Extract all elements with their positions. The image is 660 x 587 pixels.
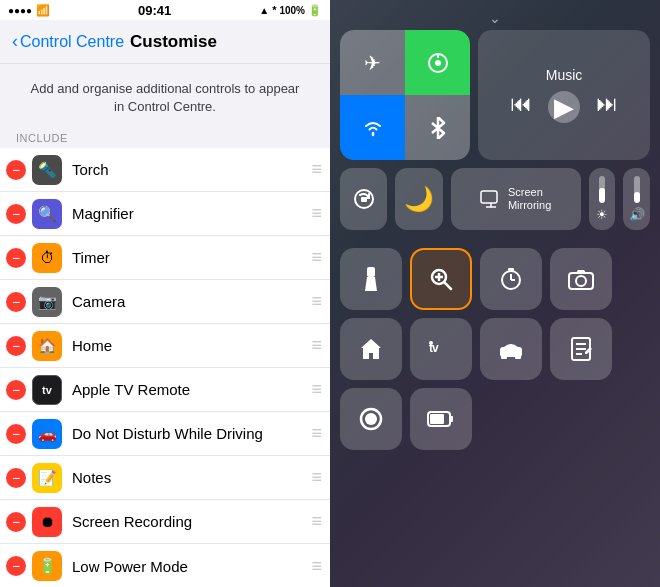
gps-icon: ▲ bbox=[259, 5, 269, 16]
remove-screen-recording-button[interactable]: − bbox=[0, 506, 32, 538]
remove-icon: − bbox=[6, 424, 26, 444]
svg-line-9 bbox=[444, 282, 451, 289]
back-label: Control Centre bbox=[20, 33, 124, 51]
item-label-low-power: Low Power Mode bbox=[72, 558, 307, 575]
do-not-disturb-button[interactable]: 🌙 bbox=[395, 168, 442, 230]
drag-handle[interactable]: ≡ bbox=[311, 203, 322, 224]
back-button[interactable]: ‹ Control Centre bbox=[12, 31, 124, 52]
status-bar: ●●●● 📶 09:41 ▲ * 100% 🔋 bbox=[0, 0, 330, 20]
remove-timer-button[interactable]: − bbox=[0, 242, 32, 274]
remove-magnifier-button[interactable]: − bbox=[0, 198, 32, 230]
remove-icon: − bbox=[6, 512, 26, 532]
remove-icon: − bbox=[6, 380, 26, 400]
drag-handle[interactable]: ≡ bbox=[311, 291, 322, 312]
bluetooth-status: * bbox=[272, 4, 276, 16]
remove-low-power-button[interactable]: − bbox=[0, 550, 32, 582]
drag-handle[interactable]: ≡ bbox=[311, 247, 322, 268]
drag-handle[interactable]: ≡ bbox=[311, 335, 322, 356]
drag-handle[interactable]: ≡ bbox=[311, 556, 322, 577]
remove-icon: − bbox=[6, 468, 26, 488]
drag-handle[interactable]: ≡ bbox=[311, 467, 322, 488]
cc-row-1: ✈ Music bbox=[340, 30, 650, 160]
drag-handle[interactable]: ≡ bbox=[311, 423, 322, 444]
screen-recording-icon: ⏺ bbox=[32, 507, 62, 537]
screen-mirroring-button[interactable]: Screen Mirroring bbox=[451, 168, 581, 230]
list-item-magnifier[interactable]: − 🔍 Magnifier ≡ bbox=[0, 192, 330, 236]
svg-rect-15 bbox=[508, 268, 514, 271]
drag-handle[interactable]: ≡ bbox=[311, 511, 322, 532]
svg-point-19 bbox=[429, 341, 433, 345]
notes-cc-button[interactable] bbox=[550, 318, 612, 380]
left-panel: ●●●● 📶 09:41 ▲ * 100% 🔋 ‹ Control Centre… bbox=[0, 0, 330, 587]
list-item-screen-recording[interactable]: − ⏺ Screen Recording ≡ bbox=[0, 500, 330, 544]
remove-torch-button[interactable]: − bbox=[0, 154, 32, 186]
dnd-driving-cc-button[interactable] bbox=[480, 318, 542, 380]
cc-music-block[interactable]: Music ⏮ ▶ ⏭ bbox=[478, 30, 650, 160]
item-label-dnd-driving: Do Not Disturb While Driving bbox=[72, 425, 307, 442]
camera-cc-button[interactable] bbox=[550, 248, 612, 310]
remove-icon: − bbox=[6, 292, 26, 312]
next-track-button[interactable]: ⏭ bbox=[596, 91, 618, 123]
item-label-camera: Camera bbox=[72, 293, 307, 310]
cc-network-block: ✈ bbox=[340, 30, 470, 160]
item-label-apple-tv-remote: Apple TV Remote bbox=[72, 381, 307, 398]
remove-apple-tv-remote-button[interactable]: − bbox=[0, 374, 32, 406]
music-title: Music bbox=[546, 67, 583, 83]
bluetooth-button[interactable] bbox=[405, 95, 470, 160]
svg-rect-31 bbox=[450, 416, 453, 422]
screen-mirroring-label: Screen Mirroring bbox=[508, 186, 551, 212]
status-bar-right: ▲ * 100% 🔋 bbox=[259, 4, 322, 17]
item-label-screen-recording: Screen Recording bbox=[72, 513, 307, 530]
home-icon: 🏠 bbox=[32, 331, 62, 361]
prev-track-button[interactable]: ⏮ bbox=[510, 91, 532, 123]
back-chevron-icon: ‹ bbox=[12, 31, 18, 52]
item-label-home: Home bbox=[72, 337, 307, 354]
notes-icon: 📝 bbox=[32, 463, 62, 493]
list-item-home[interactable]: − 🏠 Home ≡ bbox=[0, 324, 330, 368]
volume-slider[interactable]: 🔊 bbox=[623, 168, 650, 230]
list-item-notes[interactable]: − 📝 Notes ≡ bbox=[0, 456, 330, 500]
item-label-torch: Torch bbox=[72, 161, 307, 178]
home-cc-button[interactable] bbox=[340, 318, 402, 380]
cc-row-3 bbox=[340, 248, 650, 310]
remove-icon: − bbox=[6, 248, 26, 268]
list-item-torch[interactable]: − 🔦 Torch ≡ bbox=[0, 148, 330, 192]
drag-handle[interactable]: ≡ bbox=[311, 379, 322, 400]
remove-camera-button[interactable]: − bbox=[0, 286, 32, 318]
svg-rect-4 bbox=[361, 197, 367, 202]
brightness-slider[interactable]: ☀ bbox=[589, 168, 616, 230]
remove-home-button[interactable]: − bbox=[0, 330, 32, 362]
low-power-cc-button[interactable] bbox=[410, 388, 472, 450]
magnifier-cc-button[interactable] bbox=[410, 248, 472, 310]
low-power-icon: 🔋 bbox=[32, 551, 62, 581]
item-label-magnifier: Magnifier bbox=[72, 205, 307, 222]
cc-music-controls: ⏮ ▶ ⏭ bbox=[510, 91, 618, 123]
remove-icon: − bbox=[6, 336, 26, 356]
list-item-camera[interactable]: − 📷 Camera ≡ bbox=[0, 280, 330, 324]
drag-handle[interactable]: ≡ bbox=[311, 159, 322, 180]
list-item-low-power[interactable]: − 🔋 Low Power Mode ≡ bbox=[0, 544, 330, 587]
wifi-button[interactable] bbox=[340, 95, 405, 160]
description-text: Add and organise additional controls to … bbox=[0, 64, 330, 128]
remove-dnd-driving-button[interactable]: − bbox=[0, 418, 32, 450]
cellular-button[interactable] bbox=[405, 30, 470, 95]
cc-row-2: 🌙 Screen Mirroring ☀ bbox=[340, 168, 650, 240]
rotation-lock-button[interactable] bbox=[340, 168, 387, 230]
cc-row-4: tv bbox=[340, 318, 650, 380]
airplane-mode-button[interactable]: ✈ bbox=[340, 30, 405, 95]
wifi-icon: 📶 bbox=[36, 4, 50, 17]
list-item-apple-tv-remote[interactable]: − tv Apple TV Remote ≡ bbox=[0, 368, 330, 412]
list-item-dnd-driving[interactable]: − 🚗 Do Not Disturb While Driving ≡ bbox=[0, 412, 330, 456]
torch-cc-button[interactable] bbox=[340, 248, 402, 310]
cc-chevron-icon[interactable]: ⌄ bbox=[340, 10, 650, 26]
section-header: INCLUDE bbox=[0, 128, 330, 148]
screen-record-cc-button[interactable] bbox=[340, 388, 402, 450]
play-button[interactable]: ▶ bbox=[548, 91, 580, 123]
apple-tv-remote-icon: tv bbox=[32, 375, 62, 405]
camera-icon: 📷 bbox=[32, 287, 62, 317]
remove-notes-button[interactable]: − bbox=[0, 462, 32, 494]
control-centre-panel: ⌄ ✈ bbox=[330, 0, 660, 587]
apple-tv-cc-button[interactable]: tv bbox=[410, 318, 472, 380]
list-item-timer[interactable]: − ⏱ Timer ≡ bbox=[0, 236, 330, 280]
timer-cc-button[interactable] bbox=[480, 248, 542, 310]
